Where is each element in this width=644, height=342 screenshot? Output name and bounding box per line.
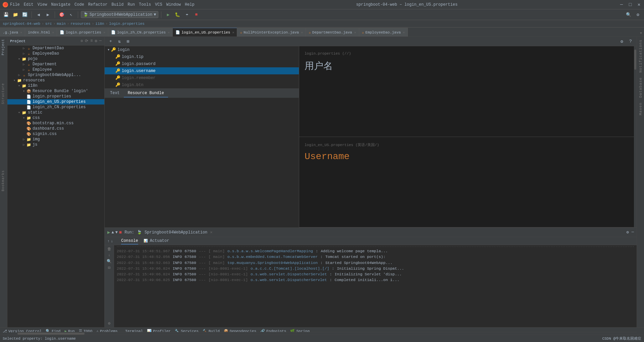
breadcrumb-file[interactable]: login.properties xyxy=(109,22,145,26)
tree-item-res-bundle[interactable]: ▾ 📦 Resource Bundle 'login' xyxy=(7,88,104,94)
editor-tab-text[interactable]: Text xyxy=(106,89,124,97)
editor-help-btn[interactable]: ? xyxy=(627,38,634,45)
menu-tools[interactable]: Tools xyxy=(139,2,151,7)
app-selector[interactable]: 🍃 Springboot04WebApplication ▼ xyxy=(81,11,158,18)
run-minimize-icon[interactable]: — xyxy=(632,230,634,235)
menu-help[interactable]: Help xyxy=(185,2,195,7)
editor-table-btn[interactable]: ⊞ xyxy=(125,38,131,45)
tree-item-webapp[interactable]: ▷ ☕ Springboot04WebAppl... xyxy=(7,72,104,78)
right-panel-database[interactable]: Database xyxy=(639,76,643,99)
tree-item-login-en[interactable]: 📄 login_en_US.properties xyxy=(7,99,104,105)
tab-emp-dao[interactable]: ☕ EmployeeDao.java ✕ xyxy=(359,28,408,37)
run-scroll-end-icon[interactable]: ↓ xyxy=(108,253,110,258)
toolbar-nav-btn[interactable]: 🎯 xyxy=(58,11,66,19)
right-panel-notifications[interactable]: Notifications xyxy=(639,38,643,74)
tree-item-bootstrap[interactable]: 🎨 bootstrap.min.css xyxy=(7,121,104,126)
menu-build[interactable]: Build xyxy=(111,2,123,7)
run-restart-btn[interactable]: ▶ xyxy=(107,229,110,235)
run-settings-icon[interactable]: ⚙ xyxy=(627,230,629,235)
menu-code[interactable]: Code xyxy=(74,2,84,7)
menu-file[interactable]: File xyxy=(10,2,20,7)
menu-view[interactable]: View xyxy=(38,2,47,7)
tree-item-static[interactable]: ▾ 📁 static xyxy=(7,110,104,115)
toolbar-coverage-btn[interactable]: ☂ xyxy=(183,11,191,19)
toolbar-refresh-btn[interactable]: 🔄 xyxy=(21,11,29,19)
menu-refactor[interactable]: Refactor xyxy=(88,2,108,7)
menu-edit[interactable]: Edit xyxy=(24,2,34,7)
panel-locate-icon[interactable]: ⊙ xyxy=(80,39,83,44)
maximize-button[interactable]: □ xyxy=(628,2,633,7)
tab-login-props-close[interactable]: ✕ xyxy=(103,30,105,35)
minimize-button[interactable]: ─ xyxy=(619,2,624,7)
tree-item-dept-dao[interactable]: ▷ ☕ DepartmentDao xyxy=(7,46,104,51)
tab-ig-java[interactable]: .g.java ✕ xyxy=(0,28,25,37)
toolbar-save-btn[interactable]: 💾 xyxy=(2,11,10,19)
breadcrumb-main[interactable]: main xyxy=(57,22,65,26)
tree-item-img[interactable]: ▷ 📁 img xyxy=(7,137,104,142)
key-item-login-password[interactable]: 🔑 login.password xyxy=(105,60,299,67)
tree-item-signin[interactable]: 🎨 signin.css xyxy=(7,131,104,137)
toolbar-open-btn[interactable]: 📁 xyxy=(11,11,19,19)
toolbar-forward-btn[interactable]: ▶ xyxy=(44,11,52,19)
menu-vcs[interactable]: VCS xyxy=(155,2,162,7)
run-side-icon-2[interactable]: ↓ xyxy=(111,239,113,243)
tree-item-i18n[interactable]: ▾ 📁 i18n xyxy=(7,83,104,88)
tab-login-zh-close[interactable]: ✕ xyxy=(168,30,170,35)
tab-dept-dao-close[interactable]: ✕ xyxy=(354,30,356,35)
run-down-btn[interactable]: ▼ xyxy=(115,230,118,235)
panel-hide-icon[interactable]: — xyxy=(99,39,102,44)
menu-run[interactable]: Run xyxy=(127,2,135,7)
run-fold-icon[interactable]: ⊟ xyxy=(108,265,110,270)
tab-index-html[interactable]: index.html ✕ xyxy=(25,28,57,37)
panel-sort-icon[interactable]: ≡ xyxy=(90,39,93,44)
toolbar-search-btn[interactable]: 🔍 xyxy=(625,11,633,19)
toolbar-back-btn[interactable]: ◀ xyxy=(35,11,43,19)
tree-item-js[interactable]: ▷ 📁 js xyxy=(7,142,104,147)
tree-item-css[interactable]: ▾ 📁 css xyxy=(7,115,104,121)
editor-scrollbar[interactable] xyxy=(634,46,637,227)
editor-scrollbar-thumb[interactable] xyxy=(634,50,636,70)
menu-window[interactable]: Window xyxy=(166,2,181,7)
key-item-login-tip[interactable]: 🔑 login.tip xyxy=(105,53,299,60)
sidebar-project-icon[interactable]: Project xyxy=(0,37,6,57)
tab-nullptr-close[interactable]: ✕ xyxy=(301,30,303,35)
tree-item-pojo[interactable]: ▾ 📁 pojo xyxy=(7,56,104,62)
key-group-login[interactable]: ▾ 🔑 login xyxy=(105,46,299,53)
tree-item-dashboard[interactable]: 🎨 dashboard.css xyxy=(7,126,104,131)
toolbar-run-btn[interactable]: ▶ xyxy=(164,11,172,19)
tab-overflow-btn[interactable]: ▼ xyxy=(638,30,644,37)
tab-nullptr[interactable]: ☕ NullPointerException.java ✕ xyxy=(237,28,306,37)
right-panel-maven[interactable]: Maven xyxy=(639,101,643,117)
close-button[interactable]: ✕ xyxy=(637,2,641,7)
tree-item-emp-dao[interactable]: ▷ ☕ EmployeeDao xyxy=(7,51,104,56)
toolbar-settings-btn[interactable]: ⚙ xyxy=(634,11,642,19)
key-item-login-remember[interactable]: 🔑 login.remember xyxy=(105,74,299,81)
run-tab-console[interactable]: Console xyxy=(121,238,138,245)
run-side-icon-1[interactable]: ↑ xyxy=(107,239,110,243)
toolbar-debug-btn[interactable]: 🐛 xyxy=(173,11,181,19)
tab-ig-java-close[interactable]: ✕ xyxy=(20,30,22,35)
editor-sort-btn[interactable]: ⇅ xyxy=(116,38,123,45)
key-item-login-username[interactable]: 🔑 login.username xyxy=(105,67,299,74)
toolbar-stop-btn[interactable]: ■ xyxy=(192,11,200,19)
run-clear-icon[interactable]: 🗑 xyxy=(107,247,111,252)
run-app-close[interactable]: ✕ xyxy=(210,230,212,235)
tab-dept-dao[interactable]: ☕ DepartmentDao.java ✕ xyxy=(306,28,359,37)
run-up-btn[interactable]: ▲ xyxy=(111,230,114,235)
panel-settings-icon[interactable]: ⚙ xyxy=(95,39,97,44)
toolbar-cursor-btn[interactable]: ↖ xyxy=(67,11,75,19)
tree-item-dept[interactable]: ▷ ☕ Department xyxy=(7,62,104,67)
breadcrumb-i18n[interactable]: i18n xyxy=(95,22,104,26)
run-stop-btn[interactable]: ■ xyxy=(119,230,122,235)
editor-tab-resource-bundle[interactable]: Resource Bundle xyxy=(124,89,168,97)
key-item-login-btn[interactable]: 🔑 login.btn xyxy=(105,81,299,88)
tab-login-en[interactable]: 📄 login_en_US.properties ✕ xyxy=(173,28,237,37)
sidebar-bookmarks-icon[interactable]: Bookmarks xyxy=(0,171,6,191)
breadcrumb-src[interactable]: src xyxy=(45,22,52,26)
tab-emp-dao-close[interactable]: ✕ xyxy=(403,30,405,35)
tab-login-props[interactable]: 📄 login.properties ✕ xyxy=(57,28,108,37)
menu-navigate[interactable]: Navigate xyxy=(51,2,70,7)
run-filter-icon[interactable]: 🔍 xyxy=(107,259,112,264)
tab-login-zh[interactable]: 📄 login_zh_CN.properties ✕ xyxy=(108,28,173,37)
editor-add-btn[interactable]: + xyxy=(107,38,114,45)
